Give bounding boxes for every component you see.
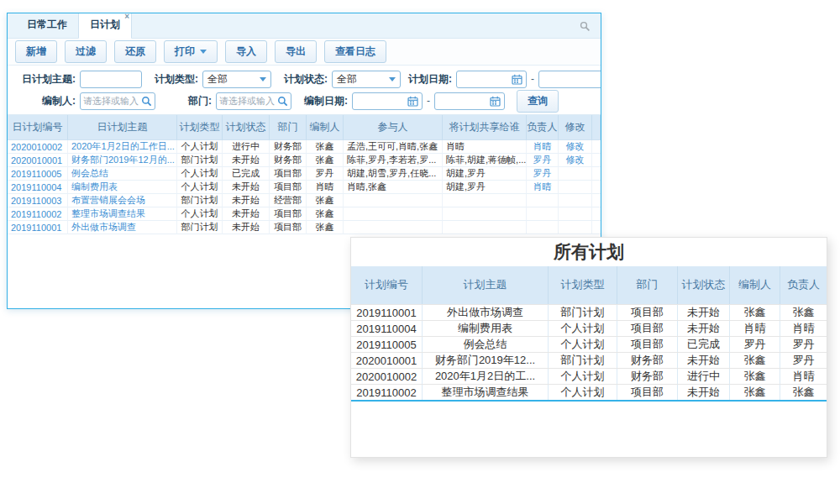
column-header: 部门 [617, 266, 678, 304]
cell-owner[interactable]: 罗丹 [527, 167, 559, 181]
cell-subject: 编制费用表 [423, 321, 549, 336]
import-button[interactable]: 导入 [225, 40, 267, 63]
table-row[interactable]: 2019110001外出做市场调查部门计划未开始项目部张鑫 [8, 221, 601, 234]
search-icon[interactable] [580, 21, 591, 32]
date-range-separator: - [531, 73, 534, 85]
cell-edit[interactable]: 修改 [559, 154, 592, 167]
column-header[interactable]: 参与人 [344, 115, 443, 140]
table-row[interactable]: 2019110002整理市场调查结果个人计划未开始项目部张鑫 [8, 207, 601, 221]
close-icon[interactable]: × [124, 13, 129, 21]
cell-owner: 肖晴 [780, 369, 827, 384]
cell-status: 进行中 [678, 369, 730, 384]
cell-dept: 财务部 [617, 369, 678, 384]
table-row[interactable]: 2019110003布置营销展会会场部门计划未开始经营部张鑫 [8, 194, 601, 207]
cell-dept: 项目部 [270, 181, 307, 194]
cell-edit [559, 167, 592, 181]
table-row[interactable]: 20200100022020年1月2日的工作日...个人计划进行中财务部张鑫孟浩… [8, 140, 601, 154]
cell-id: 2019110001 [351, 305, 423, 320]
restore-button[interactable]: 还原 [114, 40, 156, 63]
column-header[interactable]: 负责人 [527, 115, 559, 140]
column-header[interactable]: 将计划共享给谁 [443, 115, 527, 140]
cell-id[interactable]: 2019110002 [8, 207, 68, 221]
plan-date-from-input[interactable] [456, 71, 527, 88]
column-header[interactable]: 计划类型 [177, 115, 223, 140]
cell-subject[interactable]: 整理市场调查结果 [68, 207, 177, 221]
cell-filler [592, 154, 601, 167]
table-row: 2019110005例会总结个人计划项目部已完成罗丹罗丹 [351, 336, 827, 352]
cell-participants [344, 207, 443, 221]
filter-row-2: 编制人: 请选择或输入 部门: 请选择或输入 编制日期: [13, 90, 596, 112]
cell-id[interactable]: 2019110004 [8, 181, 68, 194]
cell-id[interactable]: 2019110005 [8, 167, 68, 181]
cell-edit [559, 221, 592, 234]
cell-edit[interactable]: 修改 [559, 140, 592, 154]
cell-participants [344, 221, 443, 234]
subject-filter-label: 日计划主题: [13, 72, 80, 87]
button-label: 打印 [175, 45, 195, 59]
cell-subject[interactable]: 外出做市场调查 [68, 221, 177, 234]
dept-picker-input[interactable]: 请选择或输入 [216, 92, 291, 110]
tab-daily-plan[interactable]: 日计划 × [78, 13, 132, 39]
cell-id[interactable]: 2020010002 [8, 140, 68, 154]
type-select-value: 全部 [207, 72, 228, 87]
cell-owner[interactable]: 罗丹 [527, 154, 559, 167]
cell-participants: 孟浩,王可可,肖晴,张鑫 [344, 140, 443, 154]
column-header: 计划编号 [351, 266, 423, 304]
add-button[interactable]: 新增 [15, 40, 57, 63]
cell-id[interactable]: 2019110003 [8, 194, 68, 207]
cell-id: 2020010001 [351, 353, 423, 368]
subject-input[interactable] [84, 72, 138, 86]
print-button[interactable]: 打印 [164, 40, 218, 63]
cell-participants [344, 194, 443, 207]
cell-type: 部门计划 [177, 194, 223, 207]
query-button[interactable]: 查询 [517, 90, 559, 113]
cell-id[interactable]: 2019110001 [8, 221, 68, 234]
cell-dept: 项目部 [270, 207, 307, 221]
dept-placeholder: 请选择或输入 [219, 95, 275, 108]
cell-subject[interactable]: 例会总结 [68, 167, 177, 181]
tab-daily-work[interactable]: 日常工作 [16, 13, 78, 38]
plan-date-to-input[interactable] [538, 71, 601, 88]
magnifier-icon[interactable] [141, 96, 152, 107]
column-header[interactable]: 部门 [270, 115, 307, 140]
column-header[interactable]: 计划状态 [223, 115, 270, 140]
cell-shared: 胡建,罗丹 [443, 167, 527, 181]
table-row[interactable]: 2020010001财务部门2019年12月的...部门计划未开始财务部张鑫陈菲… [8, 154, 601, 167]
type-select[interactable]: 全部 [202, 71, 271, 88]
status-filter-label: 计划状态: [271, 72, 332, 87]
cell-subject[interactable]: 编制费用表 [68, 181, 177, 194]
cell-dept: 项目部 [617, 385, 678, 400]
column-header[interactable]: 编制人 [307, 115, 344, 140]
cell-subject[interactable]: 财务部门2019年12月的... [68, 154, 177, 167]
cell-dept: 财务部 [270, 140, 307, 154]
cell-owner[interactable]: 肖晴 [527, 181, 559, 194]
make-date-from-input[interactable] [352, 92, 423, 110]
all-plans-title: 所有计划 [351, 238, 827, 266]
table-row[interactable]: 2019110004编制费用表个人计划未开始项目部肖晴肖晴,张鑫胡建,罗丹肖晴 [8, 181, 601, 194]
cell-owner[interactable]: 肖晴 [527, 140, 559, 154]
column-header[interactable]: 日计划编号 [8, 115, 68, 140]
cell-shared: 陈菲,胡建,蒋德帧,... [443, 154, 527, 167]
cell-id[interactable]: 2020010001 [8, 154, 68, 167]
button-label: 导出 [286, 45, 306, 59]
cell-status: 未开始 [223, 194, 270, 207]
cell-subject[interactable]: 布置营销展会会场 [68, 194, 177, 207]
column-header[interactable]: 修改 [559, 115, 592, 140]
cell-type: 个人计划 [549, 337, 617, 352]
plan-grid-header: 日计划编号日计划主题计划类型计划状态部门编制人参与人将计划共享给谁负责人修改 [8, 115, 601, 140]
column-header[interactable]: 日计划主题 [68, 115, 177, 140]
chevron-down-icon [260, 77, 266, 81]
cell-dept: 经营部 [270, 194, 307, 207]
cell-creator: 罗丹 [307, 167, 344, 181]
view-log-button[interactable]: 查看日志 [324, 40, 386, 63]
magnifier-icon[interactable] [277, 96, 288, 107]
creator-picker-input[interactable]: 请选择或输入 [80, 92, 155, 110]
filter-button[interactable]: 过滤 [65, 40, 107, 63]
cell-subject[interactable]: 2020年1月2日的工作日... [68, 140, 177, 154]
status-select[interactable]: 全部 [332, 71, 401, 88]
table-row[interactable]: 2019110005例会总结个人计划已完成项目部罗丹胡建,胡雪,罗丹,任晓...… [8, 167, 601, 181]
export-button[interactable]: 导出 [275, 40, 317, 63]
calendar-icon [490, 96, 501, 107]
column-header: 编制人 [730, 266, 780, 304]
make-date-to-input[interactable] [434, 92, 505, 110]
